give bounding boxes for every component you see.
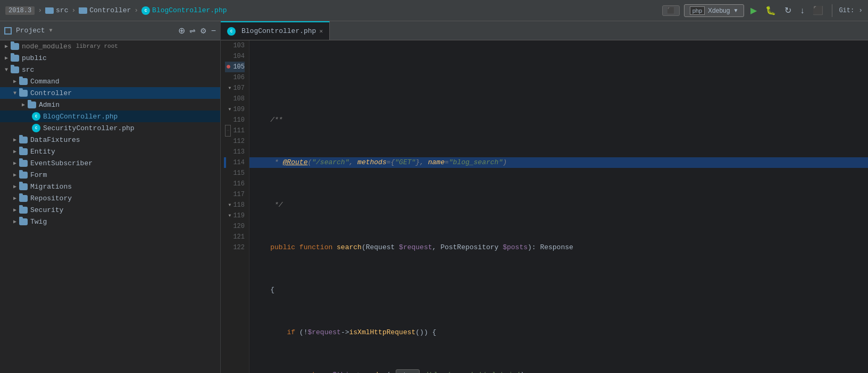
- arrow-form: [11, 171, 19, 179]
- sidebar-item-controller[interactable]: Controller: [0, 87, 220, 99]
- twig-label: Twig: [30, 218, 47, 226]
- ln-122: 122: [225, 242, 245, 253]
- folder-twig-icon: [19, 218, 28, 225]
- ln-118: ▼ 118: [225, 200, 245, 210]
- breadcrumb-src: src: [45, 6, 68, 14]
- sidebar-item-security[interactable]: Security: [0, 204, 220, 216]
- node-modules-sublabel: library root: [76, 43, 118, 49]
- sidebar-settings-button[interactable]: ⚙: [200, 27, 207, 35]
- step-over-button[interactable]: ↻: [782, 4, 794, 16]
- folder-eventsubscriber-icon: [19, 160, 28, 167]
- code-line-106: */: [249, 200, 868, 210]
- sidebar-item-twig[interactable]: Twig: [0, 216, 220, 227]
- breadcrumb-controller: Controller: [79, 6, 131, 14]
- sidebar-close-button[interactable]: −: [211, 26, 216, 36]
- breadcrumb-src-label: src: [56, 6, 68, 14]
- sidebar-item-form[interactable]: Form: [0, 169, 220, 181]
- tab-bar: C BlogController.php ✕: [221, 21, 868, 40]
- ln-110: 110: [225, 115, 245, 125]
- blogcontroller-label: BlogController.php: [43, 113, 118, 121]
- folder-admin-icon: [28, 101, 36, 108]
- arrow-security: [11, 206, 19, 214]
- folder-entity-icon: [19, 148, 28, 155]
- arrow-node-modules: [2, 42, 11, 50]
- repository-label: Repository: [30, 194, 72, 202]
- sidebar-title: Project: [16, 27, 45, 35]
- tab-close-button[interactable]: ✕: [319, 28, 323, 35]
- code-line-109: if (!$request->isXmlHttpRequest()) {: [249, 327, 868, 338]
- ln-106: 106: [225, 72, 245, 83]
- code-lines[interactable]: /** * @Route("/search", methods={"GET"},…: [249, 40, 868, 373]
- sidebar-tree: node_modules library root public src Com…: [0, 40, 220, 373]
- debug-button[interactable]: 🐛: [763, 4, 778, 16]
- sidebar-item-datafixtures[interactable]: DataFixtures: [0, 134, 220, 146]
- sidebar-item-eventsubscriber[interactable]: EventSubscriber: [0, 157, 220, 169]
- sidebar-toolbar: Project ▼ ⊕ ⇌ ⚙ −: [0, 21, 220, 40]
- src-folder-icon: [45, 7, 54, 14]
- git-label: Git:: [839, 7, 854, 14]
- stop-button[interactable]: ⬛: [811, 4, 825, 16]
- ln-112: 112: [225, 136, 245, 147]
- sidebar-item-public[interactable]: public: [0, 52, 220, 64]
- arrow-admin: [19, 100, 28, 109]
- src-label: src: [22, 66, 34, 74]
- eventsubscriber-label: EventSubscriber: [30, 159, 93, 167]
- sidebar-item-securitycontroller[interactable]: C SecurityController.php: [0, 122, 220, 134]
- sidebar-title-arrow: ▼: [49, 28, 53, 33]
- ln-114: 114: [225, 157, 245, 168]
- sidebar-item-migrations[interactable]: Migrations: [0, 181, 220, 192]
- sidebar-item-admin[interactable]: Admin: [0, 99, 220, 111]
- code-line-107: public function search(Request $request,…: [249, 242, 868, 253]
- folder-migrations-icon: [19, 183, 28, 190]
- ln-113: 113: [225, 147, 245, 157]
- tab-blogcontroller[interactable]: C BlogController.php ✕: [221, 21, 330, 40]
- step-into-button[interactable]: ↓: [798, 5, 806, 16]
- sidebar-item-repository[interactable]: Repository: [0, 192, 220, 204]
- project-version: 2018.3: [5, 6, 35, 15]
- breadcrumb-file-label: BlogController.php: [152, 6, 227, 14]
- ln-109: ▼ 109: [225, 104, 245, 115]
- folder-security-icon: [19, 207, 28, 214]
- code-line-110: return $this->render( view: 'blog/search…: [249, 370, 868, 373]
- sidebar: Project ▼ ⊕ ⇌ ⚙ − node_modules library r…: [0, 21, 221, 373]
- breadcrumb: 2018.3 › src › Controller › C BlogContro…: [5, 6, 227, 15]
- arrow-public: [2, 54, 11, 62]
- folder-controller-icon: [19, 90, 28, 97]
- tab-php-icon: C: [227, 27, 236, 36]
- form-label: Form: [30, 171, 47, 179]
- sidebar-item-command[interactable]: Command: [0, 75, 220, 87]
- xdebug-button[interactable]: php Xdebug ▼: [684, 4, 745, 17]
- ln-117: 117: [225, 189, 245, 200]
- breadcrumb-file: C BlogController.php: [141, 6, 227, 15]
- xdebug-label: Xdebug: [708, 7, 730, 14]
- code-line-108: {: [249, 285, 868, 295]
- datafixtures-label: DataFixtures: [30, 136, 80, 144]
- run-config-button[interactable]: ⬛: [662, 5, 680, 16]
- folder-command-icon: [19, 78, 28, 85]
- command-label: Command: [30, 78, 60, 86]
- ln-116: 116: [225, 179, 245, 189]
- arrow-datafixtures: [11, 135, 19, 144]
- arrow-eventsubscriber: [11, 159, 19, 167]
- arrow-repository: [11, 194, 19, 202]
- controller-label: Controller: [30, 89, 72, 97]
- folder-datafixtures-icon: [19, 137, 28, 143]
- sidebar-item-src[interactable]: src: [0, 64, 220, 75]
- sidebar-layout-button[interactable]: ⇌: [189, 27, 196, 35]
- code-editor[interactable]: 103 104 ● 105 106 ▼ 107 108 ▼ 109 110: [221, 40, 868, 373]
- main-area: Project ▼ ⊕ ⇌ ⚙ − node_modules library r…: [0, 21, 868, 373]
- arrow-entity: [11, 147, 19, 156]
- sidebar-add-button[interactable]: ⊕: [178, 26, 185, 36]
- security-label: Security: [30, 206, 63, 214]
- code-line-104: /**: [249, 115, 868, 125]
- ln-104: 104: [225, 51, 245, 62]
- run-button[interactable]: ▶: [748, 4, 759, 16]
- tab-label: BlogController.php: [241, 27, 316, 35]
- sidebar-item-entity[interactable]: Entity: [0, 146, 220, 157]
- controller-folder-icon: [79, 7, 87, 14]
- sidebar-item-blogcontroller[interactable]: C BlogController.php: [0, 111, 220, 122]
- titlebar: 2018.3 › src › Controller › C BlogContro…: [0, 0, 868, 21]
- sidebar-item-node-modules[interactable]: node_modules library root: [0, 40, 220, 52]
- php-securitycontroller-icon: C: [32, 124, 40, 132]
- securitycontroller-label: SecurityController.php: [43, 124, 135, 132]
